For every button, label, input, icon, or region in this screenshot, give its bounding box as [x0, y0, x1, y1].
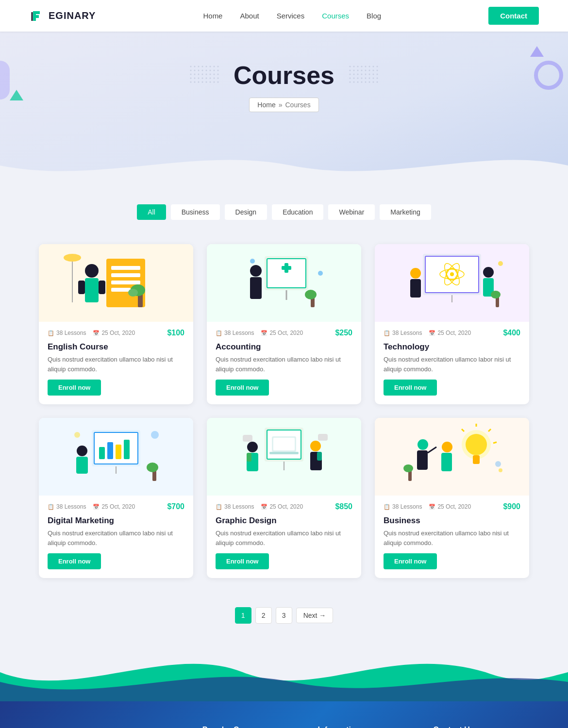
svg-point-63	[247, 442, 258, 452]
course-image	[375, 418, 529, 496]
svg-rect-12	[99, 281, 105, 294]
footer-logo-icon	[39, 726, 52, 728]
course-meta: 📋 38 Lessons 📅 25 Oct, 2020 $850	[207, 496, 361, 514]
svg-point-27	[250, 259, 255, 264]
course-desc: Quis nostrud exercitation ullamco labo n…	[39, 355, 193, 380]
filter-business[interactable]: Business	[171, 204, 220, 220]
breadcrumb-home[interactable]: Home	[257, 101, 275, 109]
enroll-button[interactable]: Enroll now	[384, 553, 437, 569]
svg-rect-82	[441, 453, 452, 471]
nav-about[interactable]: About	[240, 12, 259, 20]
course-price: $900	[503, 502, 520, 511]
lessons-count: 38 Lessons	[392, 330, 422, 336]
footer-brand-col: EGINARY Nemo enim ipsam voluptatem quia …	[39, 726, 183, 728]
footer-popular-title: Popular Courses	[202, 726, 299, 728]
calendar-icon: 📋	[384, 504, 390, 510]
course-card: 📋 38 Lessons 📅 25 Oct, 2020 $250 Account…	[207, 244, 361, 404]
course-illustration	[375, 244, 529, 322]
course-price: $100	[167, 329, 184, 337]
filter-marketing[interactable]: Marketing	[380, 204, 431, 220]
footer-info-title: Information	[317, 726, 414, 728]
svg-point-56	[74, 432, 80, 438]
meta-left: 📋 38 Lessons 📅 25 Oct, 2020	[48, 330, 135, 336]
svg-point-35	[450, 272, 454, 276]
course-title: Digital Marketing	[39, 514, 193, 529]
svg-rect-1	[190, 66, 219, 85]
course-price: $250	[335, 329, 352, 337]
course-meta: 📋 38 Lessons 📅 25 Oct, 2020 $100	[39, 322, 193, 340]
enroll-button[interactable]: Enroll now	[48, 553, 101, 569]
page-next-button[interactable]: Next →	[296, 608, 334, 623]
course-title: Technology	[375, 340, 529, 355]
page-3-button[interactable]: 3	[276, 607, 292, 624]
nav-home[interactable]: Home	[203, 12, 222, 20]
lessons-meta: 📋 38 Lessons	[384, 330, 422, 336]
course-date: 25 Oct, 2020	[101, 503, 135, 510]
svg-point-39	[483, 267, 494, 278]
course-meta: 📋 38 Lessons 📅 25 Oct, 2020 $900	[375, 496, 529, 514]
svg-point-17	[128, 289, 138, 297]
svg-point-85	[495, 461, 501, 467]
svg-rect-69	[243, 435, 252, 442]
course-title: Business	[375, 514, 529, 529]
filter-tabs: All Business Design Education Webinar Ma…	[137, 204, 431, 220]
nav-blog[interactable]: Blog	[367, 12, 381, 20]
svg-point-84	[403, 464, 413, 472]
clock-icon: 📅	[93, 330, 100, 336]
svg-rect-61	[269, 452, 299, 454]
meta-left: 📋 38 Lessons 📅 25 Oct, 2020	[384, 330, 471, 336]
filter-education[interactable]: Education	[272, 204, 323, 220]
filter-design[interactable]: Design	[225, 204, 267, 220]
lessons-count: 38 Lessons	[224, 330, 254, 336]
svg-rect-60	[273, 438, 295, 450]
logo[interactable]: EGINARY	[29, 8, 96, 24]
svg-point-28	[318, 271, 323, 276]
nav-courses[interactable]: Courses	[322, 12, 349, 20]
svg-rect-47	[107, 442, 113, 459]
clock-icon: 📅	[429, 504, 435, 510]
course-illustration	[375, 418, 529, 496]
contact-button[interactable]: Contact	[488, 7, 539, 25]
logo-icon	[29, 8, 45, 24]
course-image	[207, 244, 361, 322]
svg-point-37	[410, 268, 421, 279]
svg-line-76	[493, 442, 497, 443]
footer: EGINARY Nemo enim ipsam voluptatem quia …	[0, 701, 568, 728]
course-illustration	[207, 418, 361, 496]
svg-rect-73	[473, 455, 480, 464]
calendar-icon: 📋	[216, 330, 222, 336]
date-meta: 📅 25 Oct, 2020	[261, 503, 303, 510]
nav-services[interactable]: Services	[277, 12, 305, 20]
course-title: Graphic Design	[207, 514, 361, 529]
filter-webinar[interactable]: Webinar	[328, 204, 375, 220]
page-2-button[interactable]: 2	[255, 607, 272, 624]
svg-line-80	[428, 447, 436, 453]
enroll-button[interactable]: Enroll now	[48, 380, 101, 396]
svg-point-54	[147, 463, 158, 472]
svg-rect-24	[250, 277, 262, 299]
lessons-meta: 📋 38 Lessons	[48, 503, 86, 510]
page-1-button[interactable]: 1	[235, 607, 251, 624]
lessons-meta: 📋 38 Lessons	[216, 330, 254, 336]
svg-rect-79	[417, 450, 428, 470]
course-title: English Course	[39, 340, 193, 355]
svg-rect-21	[284, 263, 288, 273]
course-date: 25 Oct, 2020	[269, 503, 303, 510]
enroll-button[interactable]: Enroll now	[384, 380, 437, 396]
svg-point-66	[310, 441, 321, 451]
course-meta: 📋 38 Lessons 📅 25 Oct, 2020 $400	[375, 322, 529, 340]
clock-icon: 📅	[261, 504, 267, 510]
navbar: EGINARY Home About Services Courses Blog…	[0, 0, 568, 32]
clock-icon: 📅	[93, 504, 100, 510]
enroll-button[interactable]: Enroll now	[216, 380, 269, 396]
course-date: 25 Oct, 2020	[437, 503, 471, 510]
svg-line-75	[488, 429, 491, 431]
courses-grid: 📋 38 Lessons 📅 25 Oct, 2020 $100 English…	[39, 244, 529, 578]
date-meta: 📅 25 Oct, 2020	[93, 503, 135, 510]
nav-links: Home About Services Courses Blog	[203, 12, 381, 20]
svg-point-42	[491, 291, 501, 298]
course-card: 📋 38 Lessons 📅 25 Oct, 2020 $850 Graphic…	[207, 418, 361, 578]
filter-all[interactable]: All	[137, 204, 166, 220]
enroll-button[interactable]: Enroll now	[216, 553, 269, 569]
svg-rect-49	[124, 440, 130, 459]
